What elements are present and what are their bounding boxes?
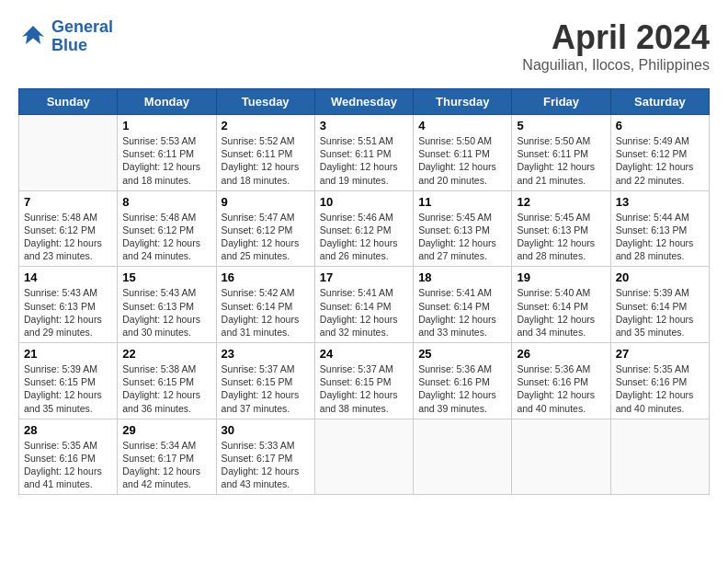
weekday-header-friday: Friday <box>512 89 610 115</box>
calendar-cell: 21Sunrise: 5:39 AM Sunset: 6:15 PM Dayli… <box>19 343 118 419</box>
title-area: April 2024 Naguilian, Ilocos, Philippine… <box>522 18 710 74</box>
calendar-cell: 25Sunrise: 5:36 AM Sunset: 6:16 PM Dayli… <box>414 343 512 419</box>
cell-info: Sunrise: 5:49 AM Sunset: 6:12 PM Dayligh… <box>616 134 704 187</box>
cell-info: Sunrise: 5:36 AM Sunset: 6:16 PM Dayligh… <box>418 362 506 415</box>
date-number: 25 <box>418 347 506 361</box>
date-number: 7 <box>24 195 112 209</box>
calendar-cell: 11Sunrise: 5:45 AM Sunset: 6:13 PM Dayli… <box>414 190 512 267</box>
cell-info: Sunrise: 5:44 AM Sunset: 6:13 PM Dayligh… <box>616 211 704 263</box>
calendar-cell: 20Sunrise: 5:39 AM Sunset: 6:14 PM Dayli… <box>610 267 709 343</box>
date-number: 18 <box>418 270 506 284</box>
cell-info: Sunrise: 5:41 AM Sunset: 6:14 PM Dayligh… <box>320 286 408 339</box>
cell-info: Sunrise: 5:43 AM Sunset: 6:13 PM Dayligh… <box>122 286 210 339</box>
calendar-week-3: 14Sunrise: 5:43 AM Sunset: 6:13 PM Dayli… <box>19 267 710 343</box>
calendar-cell: 3Sunrise: 5:51 AM Sunset: 6:11 PM Daylig… <box>314 115 413 191</box>
calendar-cell: 27Sunrise: 5:35 AM Sunset: 6:16 PM Dayli… <box>610 343 709 419</box>
date-number: 1 <box>122 119 210 132</box>
calendar-cell: 16Sunrise: 5:42 AM Sunset: 6:14 PM Dayli… <box>216 267 314 343</box>
date-number: 13 <box>616 195 704 209</box>
date-number: 19 <box>517 270 605 284</box>
date-number: 3 <box>320 119 408 132</box>
date-number: 11 <box>418 195 506 209</box>
calendar-cell: 15Sunrise: 5:43 AM Sunset: 6:13 PM Dayli… <box>118 267 216 343</box>
calendar-week-2: 7Sunrise: 5:48 AM Sunset: 6:12 PM Daylig… <box>19 190 710 267</box>
calendar-cell: 9Sunrise: 5:47 AM Sunset: 6:12 PM Daylig… <box>216 190 314 267</box>
logo-icon <box>18 22 48 52</box>
cell-info: Sunrise: 5:39 AM Sunset: 6:15 PM Dayligh… <box>24 362 112 415</box>
calendar-cell: 28Sunrise: 5:35 AM Sunset: 6:16 PM Dayli… <box>19 419 118 495</box>
location-title: Naguilian, Ilocos, Philippines <box>522 57 710 74</box>
date-number: 22 <box>122 347 210 361</box>
calendar-cell: 26Sunrise: 5:36 AM Sunset: 6:16 PM Dayli… <box>512 343 610 419</box>
cell-info: Sunrise: 5:51 AM Sunset: 6:11 PM Dayligh… <box>320 134 408 187</box>
calendar-week-1: 1Sunrise: 5:53 AM Sunset: 6:11 PM Daylig… <box>19 115 710 191</box>
calendar-cell <box>314 419 413 495</box>
date-number: 16 <box>222 270 310 284</box>
calendar-week-5: 28Sunrise: 5:35 AM Sunset: 6:16 PM Dayli… <box>19 419 710 495</box>
calendar-cell: 1Sunrise: 5:53 AM Sunset: 6:11 PM Daylig… <box>118 115 216 191</box>
cell-info: Sunrise: 5:33 AM Sunset: 6:17 PM Dayligh… <box>222 439 310 491</box>
calendar-cell: 13Sunrise: 5:44 AM Sunset: 6:13 PM Dayli… <box>610 190 709 267</box>
svg-marker-0 <box>22 26 44 44</box>
weekday-header-sunday: Sunday <box>19 89 118 115</box>
cell-info: Sunrise: 5:41 AM Sunset: 6:14 PM Dayligh… <box>418 286 506 339</box>
date-number: 28 <box>24 423 112 437</box>
calendar-cell: 2Sunrise: 5:52 AM Sunset: 6:11 PM Daylig… <box>216 115 314 191</box>
logo-text: General Blue <box>51 18 113 55</box>
calendar-cell: 4Sunrise: 5:50 AM Sunset: 6:11 PM Daylig… <box>414 115 512 191</box>
calendar-cell <box>610 419 709 495</box>
cell-info: Sunrise: 5:50 AM Sunset: 6:11 PM Dayligh… <box>418 134 506 187</box>
date-number: 23 <box>222 347 310 361</box>
calendar-cell: 12Sunrise: 5:45 AM Sunset: 6:13 PM Dayli… <box>512 190 610 267</box>
calendar-cell: 29Sunrise: 5:34 AM Sunset: 6:17 PM Dayli… <box>118 419 216 495</box>
date-number: 12 <box>517 195 605 209</box>
date-number: 6 <box>616 119 704 132</box>
calendar-week-4: 21Sunrise: 5:39 AM Sunset: 6:15 PM Dayli… <box>19 343 710 419</box>
date-number: 2 <box>222 119 310 132</box>
calendar-cell: 22Sunrise: 5:38 AM Sunset: 6:15 PM Dayli… <box>118 343 216 419</box>
calendar-cell: 10Sunrise: 5:46 AM Sunset: 6:12 PM Dayli… <box>314 190 413 267</box>
date-number: 4 <box>418 119 506 132</box>
date-number: 30 <box>222 423 310 437</box>
page-header: General Blue April 2024 Naguilian, Iloco… <box>18 18 710 74</box>
calendar-cell: 8Sunrise: 5:48 AM Sunset: 6:12 PM Daylig… <box>118 190 216 267</box>
cell-info: Sunrise: 5:47 AM Sunset: 6:12 PM Dayligh… <box>222 211 310 263</box>
weekday-header-thursday: Thursday <box>414 89 512 115</box>
date-number: 24 <box>320 347 408 361</box>
cell-info: Sunrise: 5:37 AM Sunset: 6:15 PM Dayligh… <box>222 362 310 415</box>
cell-info: Sunrise: 5:38 AM Sunset: 6:15 PM Dayligh… <box>122 362 210 415</box>
date-number: 5 <box>517 119 605 132</box>
calendar-cell <box>512 419 610 495</box>
date-number: 9 <box>222 195 310 209</box>
calendar-cell: 6Sunrise: 5:49 AM Sunset: 6:12 PM Daylig… <box>610 115 709 191</box>
date-number: 21 <box>24 347 112 361</box>
cell-info: Sunrise: 5:34 AM Sunset: 6:17 PM Dayligh… <box>122 439 210 491</box>
cell-info: Sunrise: 5:46 AM Sunset: 6:12 PM Dayligh… <box>320 211 408 263</box>
weekday-header-row: SundayMondayTuesdayWednesdayThursdayFrid… <box>19 89 710 115</box>
cell-info: Sunrise: 5:36 AM Sunset: 6:16 PM Dayligh… <box>517 362 605 415</box>
cell-info: Sunrise: 5:40 AM Sunset: 6:14 PM Dayligh… <box>517 286 605 339</box>
calendar-cell: 17Sunrise: 5:41 AM Sunset: 6:14 PM Dayli… <box>314 267 413 343</box>
cell-info: Sunrise: 5:35 AM Sunset: 6:16 PM Dayligh… <box>616 362 704 415</box>
weekday-header-tuesday: Tuesday <box>216 89 314 115</box>
logo: General Blue <box>18 18 113 55</box>
calendar-cell: 24Sunrise: 5:37 AM Sunset: 6:15 PM Dayli… <box>314 343 413 419</box>
weekday-header-saturday: Saturday <box>610 89 709 115</box>
cell-info: Sunrise: 5:53 AM Sunset: 6:11 PM Dayligh… <box>122 134 210 187</box>
calendar-cell: 5Sunrise: 5:50 AM Sunset: 6:11 PM Daylig… <box>512 115 610 191</box>
cell-info: Sunrise: 5:39 AM Sunset: 6:14 PM Dayligh… <box>616 286 704 339</box>
calendar-cell <box>19 115 118 191</box>
calendar-body: 1Sunrise: 5:53 AM Sunset: 6:11 PM Daylig… <box>19 115 710 495</box>
date-number: 14 <box>24 270 112 284</box>
cell-info: Sunrise: 5:48 AM Sunset: 6:12 PM Dayligh… <box>122 211 210 263</box>
date-number: 10 <box>320 195 408 209</box>
cell-info: Sunrise: 5:50 AM Sunset: 6:11 PM Dayligh… <box>517 134 605 187</box>
cell-info: Sunrise: 5:37 AM Sunset: 6:15 PM Dayligh… <box>320 362 408 415</box>
calendar-cell: 23Sunrise: 5:37 AM Sunset: 6:15 PM Dayli… <box>216 343 314 419</box>
month-title: April 2024 <box>522 18 710 57</box>
weekday-header-monday: Monday <box>118 89 216 115</box>
date-number: 20 <box>616 270 704 284</box>
calendar-cell: 30Sunrise: 5:33 AM Sunset: 6:17 PM Dayli… <box>216 419 314 495</box>
date-number: 27 <box>616 347 704 361</box>
weekday-header-wednesday: Wednesday <box>314 89 413 115</box>
